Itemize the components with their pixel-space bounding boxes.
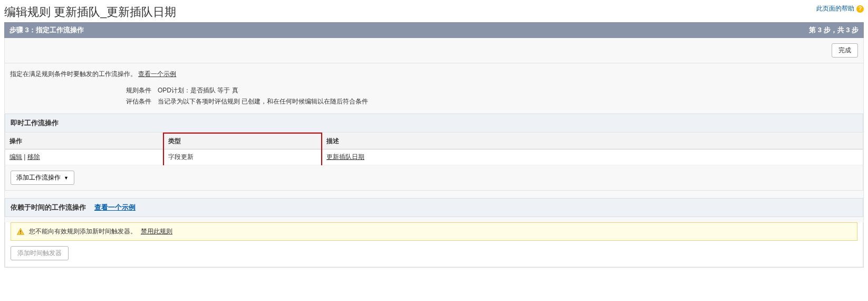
example-link-1[interactable]: 查看一个示例 bbox=[138, 70, 176, 78]
eval-condition-value: 当记录为以下各项时评估规则 已创建，和在任何时候编辑以在随后符合条件 bbox=[158, 97, 368, 106]
rule-condition-label: 规则条件 bbox=[10, 86, 158, 95]
eval-condition-label: 评估条件 bbox=[10, 97, 158, 106]
page-title: 编辑规则 更新插队_更新插队日期 bbox=[4, 4, 176, 20]
col-action-header: 操作 bbox=[5, 133, 163, 149]
instruction-row: 指定在满足规则条件时要触发的工作流操作。 查看一个示例 bbox=[5, 63, 863, 85]
edit-link[interactable]: 编辑 bbox=[9, 153, 22, 161]
description-cell: 更新插队日期 bbox=[322, 149, 863, 165]
disable-rule-link[interactable]: 禁用此规则 bbox=[141, 227, 172, 236]
chevron-down-icon: ▼ bbox=[64, 175, 69, 181]
table-header-row: 操作 类型 描述 bbox=[5, 133, 863, 149]
step-header-right: 第 3 步，共 3 步 bbox=[809, 25, 859, 35]
conditions-block: 规则条件 OPD计划：是否插队 等于 真 评估条件 当记录为以下各项时评估规则 … bbox=[5, 85, 863, 114]
eval-condition-row: 评估条件 当记录为以下各项时评估规则 已创建，和在任何时候编辑以在随后符合条件 bbox=[10, 96, 858, 107]
col-type-header: 类型 bbox=[163, 133, 322, 149]
help-link[interactable]: 此页面的帮助 ? bbox=[816, 4, 864, 13]
warning-box: 您不能向有效规则添加新时间触发器。 禁用此规则 bbox=[11, 222, 857, 241]
done-button[interactable]: 完成 bbox=[832, 43, 858, 58]
add-workflow-action-button[interactable]: 添加工作流操作 ▼ bbox=[11, 171, 74, 185]
type-cell: 字段更新 bbox=[163, 149, 322, 165]
add-time-trigger-button[interactable]: 添加时间触发器 bbox=[11, 246, 69, 260]
step-content: 完成 指定在满足规则条件时要触发的工作流操作。 查看一个示例 规则条件 OPD计… bbox=[4, 38, 864, 268]
immediate-section-body: 操作 类型 描述 编辑 | 移除 字段更新 更新插队日期 bbox=[5, 133, 863, 191]
step-header: 步骤 3：指定工作流操作 第 3 步，共 3 步 bbox=[4, 22, 864, 38]
top-button-bar: 完成 bbox=[5, 38, 863, 63]
warning-text: 您不能向有效规则添加新时间触发器。 bbox=[29, 227, 137, 236]
svg-rect-0 bbox=[20, 230, 21, 232]
rule-condition-value: OPD计划：是否插队 等于 真 bbox=[158, 86, 238, 95]
timed-section-body: 您不能向有效规则添加新时间触发器。 禁用此规则 添加时间触发器 bbox=[5, 222, 863, 267]
trigger-button-row: 添加时间触发器 bbox=[5, 246, 863, 267]
immediate-section-header: 即时工作流操作 bbox=[5, 114, 863, 133]
add-workflow-action-label: 添加工作流操作 bbox=[16, 173, 61, 182]
svg-rect-1 bbox=[20, 233, 21, 233]
description-link[interactable]: 更新插队日期 bbox=[326, 153, 364, 161]
help-link-text: 此页面的帮助 bbox=[816, 4, 854, 13]
remove-link[interactable]: 移除 bbox=[27, 153, 40, 161]
instruction-text: 指定在满足规则条件时要触发的工作流操作。 bbox=[10, 70, 138, 78]
warning-icon bbox=[16, 228, 25, 236]
action-cell: 编辑 | 移除 bbox=[5, 149, 163, 165]
example-link-2[interactable]: 查看一个示例 bbox=[94, 203, 136, 212]
rule-condition-row: 规则条件 OPD计划：是否插队 等于 真 bbox=[10, 85, 858, 96]
timed-section-header: 依赖于时间的工作流操作 查看一个示例 bbox=[5, 198, 863, 217]
immediate-section-title: 即时工作流操作 bbox=[11, 118, 59, 128]
table-row: 编辑 | 移除 字段更新 更新插队日期 bbox=[5, 149, 863, 165]
help-icon: ? bbox=[856, 5, 864, 13]
timed-section-title: 依赖于时间的工作流操作 bbox=[11, 203, 86, 212]
step-header-left: 步骤 3：指定工作流操作 bbox=[9, 25, 84, 35]
add-action-row: 添加工作流操作 ▼ bbox=[5, 165, 863, 190]
actions-table: 操作 类型 描述 编辑 | 移除 字段更新 更新插队日期 bbox=[5, 133, 863, 165]
col-description-header: 描述 bbox=[322, 133, 863, 149]
